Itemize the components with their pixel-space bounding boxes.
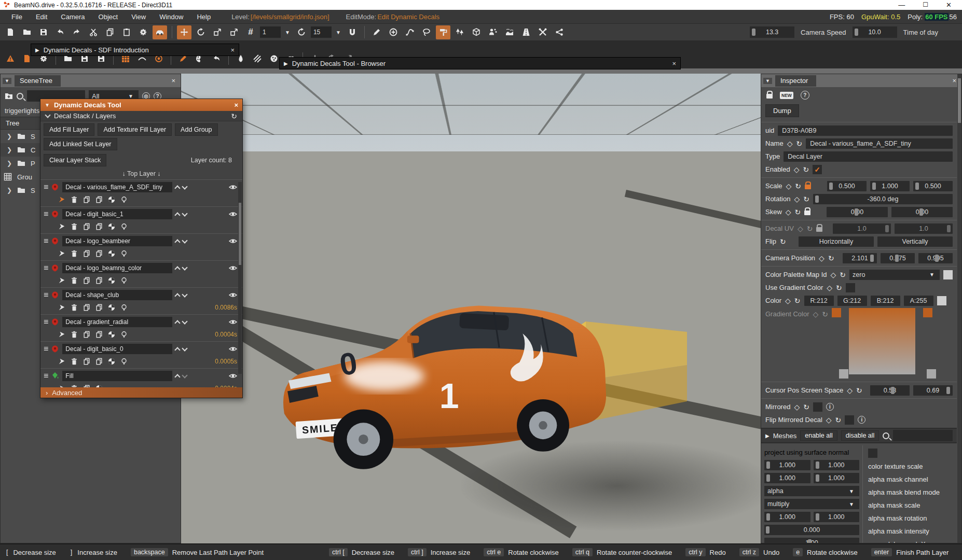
scrollbar-thumb[interactable] [958, 78, 961, 123]
cut-icon[interactable] [86, 25, 101, 39]
reset-icon[interactable]: ↻ [795, 182, 801, 190]
bake-layer-icon[interactable] [95, 385, 103, 388]
move-up-icon[interactable] [175, 185, 181, 191]
refresh-icon[interactable]: ↻ [231, 112, 237, 120]
rotation-field[interactable]: -360.0 deg [813, 194, 953, 204]
browser-window-bar[interactable]: ▶ Dynamic Decals Tool - Browser × [279, 57, 681, 69]
warning-icon[interactable] [3, 52, 18, 66]
flip-vertical-button[interactable]: Vertically [877, 236, 953, 247]
reset-icon[interactable]: ↻ [828, 254, 834, 262]
move-up-icon[interactable] [175, 239, 181, 245]
camera-x-field[interactable]: 2.101 [843, 253, 877, 263]
drag-handle-icon[interactable]: ≡ [44, 317, 48, 327]
reset-icon[interactable]: ↻ [840, 271, 846, 279]
layer-name-field[interactable]: Decal - digit_basic_1 [62, 209, 172, 219]
layer-name-field[interactable]: Decal - various_flame_A_SDF_tiny [62, 182, 172, 192]
visibility-eye-icon[interactable] [229, 318, 237, 326]
scale-z-field[interactable]: 0.500 [913, 181, 953, 191]
road-tool-icon[interactable] [519, 25, 533, 39]
color-palette-select[interactable]: zero▼ [849, 270, 940, 280]
dynamic-decals-tool-window[interactable]: ▼ Dynamic Decals Tool × Decal Stack / La… [40, 99, 243, 398]
decal-stack-section-header[interactable]: Decal Stack / Layers ↻ [40, 111, 242, 121]
color-b-field[interactable]: B:212 [871, 296, 900, 306]
skew-x-field[interactable]: 0.00 [827, 207, 888, 217]
highlight-pointer-icon[interactable] [58, 196, 65, 203]
drag-handle-icon[interactable]: ≡ [44, 209, 48, 219]
visibility-eye-icon[interactable] [229, 237, 237, 245]
add-linked-set-layer-button[interactable]: Add Linked Set Layer [44, 138, 117, 150]
copy-layer-icon[interactable] [83, 250, 90, 257]
meshes-row[interactable]: ▶ Meshes enable all disable all [761, 428, 957, 443]
reset-icon[interactable]: ↻ [856, 386, 862, 395]
grid-snap-size-field[interactable]: 1 [260, 26, 281, 38]
lock-aspect-icon[interactable] [804, 207, 810, 217]
mat-field[interactable]: 1.000 [814, 460, 860, 470]
highlight-pointer-icon[interactable] [58, 250, 65, 257]
visibility-eye-icon[interactable] [229, 183, 237, 191]
scale-x-field[interactable]: 0.500 [827, 181, 867, 191]
cursor-x-field[interactable]: 0.58 [870, 385, 910, 396]
name-field[interactable]: Decal - various_flame_A_SDF_tiny [806, 138, 953, 149]
keyframe-diamond-icon[interactable]: ◇ [826, 416, 832, 424]
move-down-icon[interactable] [182, 184, 188, 189]
redo-icon[interactable] [70, 25, 84, 39]
tab-inspector[interactable]: Inspector [775, 75, 816, 87]
delete-layer-icon[interactable] [71, 223, 78, 230]
flip-mirrored-checkbox[interactable] [845, 415, 854, 425]
bake-layer-icon[interactable] [108, 223, 115, 230]
highlight-bulb-icon[interactable] [120, 358, 128, 365]
slider-handle[interactable] [752, 29, 755, 36]
delete-layer-icon[interactable] [71, 250, 78, 257]
sdf-intro-window-bar[interactable]: ▶ Dynamic Decals - SDF Introduction × [31, 44, 239, 56]
duplicate-layer-icon[interactable] [95, 250, 103, 257]
keyframe-diamond-icon[interactable]: ◇ [819, 254, 824, 262]
copy-layer-icon[interactable] [83, 223, 90, 230]
gradient-start-swatch[interactable] [832, 308, 841, 317]
reset-icon[interactable]: ↻ [795, 208, 801, 216]
copy-layer-icon[interactable] [83, 358, 90, 365]
menu-camera[interactable]: Camera [54, 11, 91, 22]
save-icon[interactable] [36, 25, 51, 39]
keyframe-diamond-icon[interactable]: ◇ [786, 182, 792, 190]
lock-inspector-icon[interactable] [766, 90, 773, 100]
bake-layer-icon[interactable] [108, 358, 115, 365]
undo-icon[interactable] [53, 25, 67, 39]
uid-field[interactable]: D37B-A0B9 [778, 125, 953, 136]
camera-y-field[interactable]: 0.975 [881, 253, 915, 263]
copy-layer-icon[interactable] [83, 385, 90, 388]
highlight-bulb-icon[interactable] [120, 196, 128, 203]
decals-window-header[interactable]: ▼ Dynamic Decals Tool × [40, 99, 242, 111]
gradient-end-swatch[interactable] [923, 308, 932, 317]
car[interactable]: 0 1 SMILE [269, 203, 622, 494]
keyframe-diamond-icon[interactable]: ◇ [827, 284, 832, 292]
level-path[interactable]: [/levels/smallgrid/info.json] [251, 13, 329, 21]
keyframe-diamond-icon[interactable]: ◇ [787, 139, 793, 148]
move-up-icon[interactable] [175, 347, 181, 353]
drag-handle-icon[interactable]: ≡ [44, 263, 48, 273]
decals-scrollbar[interactable] [238, 182, 242, 374]
keyframe-diamond-icon[interactable]: ◇ [831, 271, 836, 279]
color-a-field[interactable]: A:255 [904, 296, 933, 306]
duplicate-layer-icon[interactable] [95, 331, 103, 338]
delete-layer-icon[interactable] [71, 358, 78, 365]
delete-layer-icon[interactable] [71, 385, 78, 388]
terrain-tool-icon[interactable] [502, 25, 517, 39]
decal-layer-row[interactable]: ≡Decal - logo_beamng_color [40, 261, 242, 288]
decal-layer-row[interactable]: ≡Decal - various_flame_A_SDF_tiny [40, 180, 242, 207]
duplicate-layer-icon[interactable] [95, 277, 103, 284]
layer-name-field[interactable]: Decal - gradient_radial [62, 317, 172, 327]
bake-layer-icon[interactable] [108, 196, 115, 203]
highlight-bulb-icon[interactable] [120, 331, 128, 338]
keyframe-diamond-icon[interactable]: ◇ [794, 165, 800, 174]
move-up-icon[interactable] [175, 293, 181, 299]
reset-icon[interactable]: ↻ [803, 403, 809, 411]
grid-snap-dropdown-icon[interactable]: ▼ [285, 30, 290, 35]
collapse-icon[interactable]: ▼ [763, 78, 772, 84]
hatch-icon[interactable] [250, 52, 265, 66]
reset-icon[interactable]: ↻ [780, 237, 786, 246]
copy-icon[interactable] [103, 25, 117, 39]
mat-field[interactable]: 1.000 [764, 512, 810, 522]
expand-icon[interactable]: ❯ [7, 160, 12, 167]
bake-layer-icon[interactable] [108, 331, 115, 338]
camera-speed-slider[interactable]: 13.3 [750, 26, 794, 38]
